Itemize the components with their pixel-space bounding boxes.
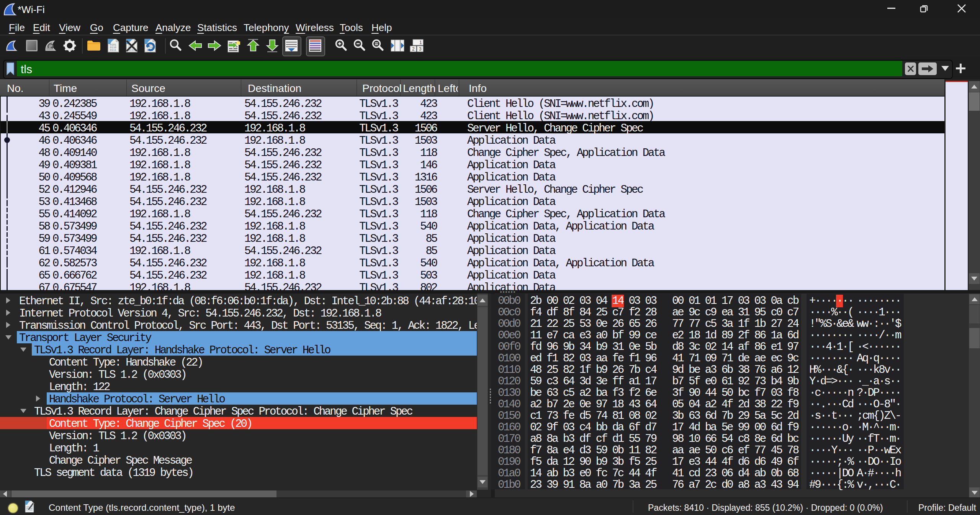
svg-text:1: 1 [419,40,422,45]
svg-text:0111: 0111 [110,49,116,52]
svg-text:3: 3 [419,46,422,52]
svg-text:2: 2 [412,46,415,52]
